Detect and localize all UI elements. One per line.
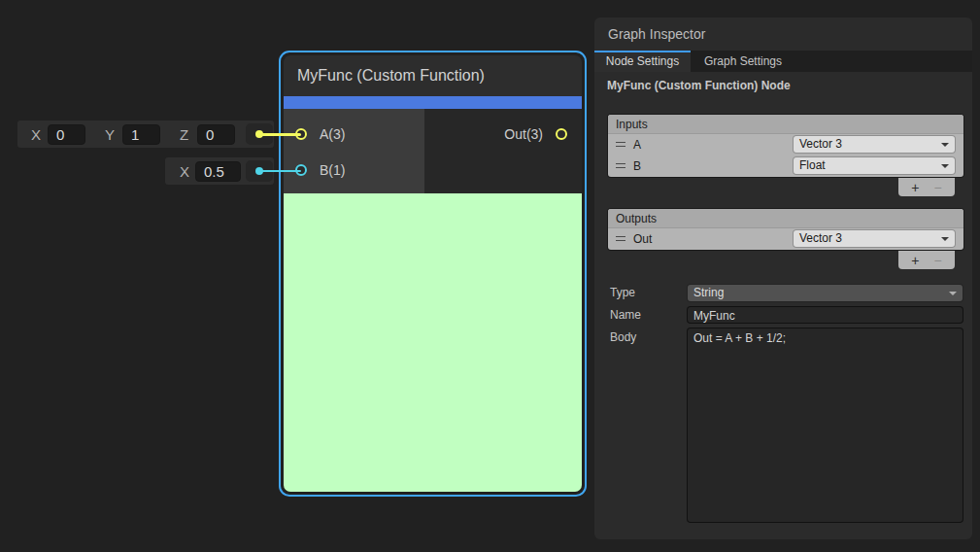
add-input-button[interactable]: + xyxy=(911,181,919,194)
node-title: MyFunc (Custom Function) xyxy=(284,55,582,96)
remove-output-button[interactable]: − xyxy=(934,254,942,267)
custom-function-node[interactable]: MyFunc (Custom Function) A(3) B(1) Out(3… xyxy=(284,55,582,492)
drag-handle-icon[interactable] xyxy=(616,142,625,147)
output-port-row-out: Out(3) xyxy=(504,121,567,147)
z-value-field[interactable]: 0 xyxy=(197,124,235,145)
input-b-name: B xyxy=(633,159,641,173)
input-a-type-value: Vector 3 xyxy=(799,137,842,151)
remove-input-button[interactable]: − xyxy=(934,181,942,194)
outputs-add-remove-strip: + − xyxy=(898,251,955,269)
x-value-field[interactable]: 0 xyxy=(48,124,85,145)
input-b-type-dropdown[interactable]: Float xyxy=(794,157,955,174)
input-row-a[interactable]: A Vector 3 xyxy=(608,134,963,155)
float-value-widget: X 0.5 xyxy=(165,157,274,185)
input-port-row-b: B(1) xyxy=(295,157,345,183)
tab-graph-settings[interactable]: Graph Settings xyxy=(692,51,794,72)
output-out-type-dropdown[interactable]: Vector 3 xyxy=(794,230,955,247)
shader-graph-canvas: X 0 Y 1 Z 0 X 0.5 MyFunc (Custom Functio… xyxy=(0,0,980,552)
tab-node-settings[interactable]: Node Settings xyxy=(594,51,691,72)
body-textarea[interactable]: Out = A + B + 1/2; xyxy=(688,328,963,522)
port-out-icon[interactable] xyxy=(556,128,567,140)
wire-float-to-b[interactable] xyxy=(260,170,301,173)
node-accent-bar xyxy=(284,96,582,109)
y-axis-label: Y xyxy=(105,126,115,143)
x-axis-label: X xyxy=(31,126,41,143)
input-b-type-value: Float xyxy=(799,158,826,172)
vector3-value-widget: X 0 Y 1 Z 0 xyxy=(17,121,274,148)
input-row-b[interactable]: B Float xyxy=(608,155,963,177)
output-out-name: Out xyxy=(633,232,652,246)
inspector-tab-bar: Node Settings Graph Settings xyxy=(594,51,972,72)
name-input[interactable]: MyFunc xyxy=(688,307,963,323)
drag-handle-icon[interactable] xyxy=(616,236,625,241)
z-axis-label: Z xyxy=(180,126,188,143)
chevron-down-icon xyxy=(941,164,949,168)
input-a-name: A xyxy=(633,138,641,152)
add-output-button[interactable]: + xyxy=(911,254,919,267)
input-port-row-a: A(3) xyxy=(295,121,345,147)
node-preview xyxy=(284,193,582,492)
chevron-down-icon xyxy=(941,143,949,147)
inputs-add-remove-strip: + − xyxy=(898,178,955,196)
port-a-label: A(3) xyxy=(320,126,345,142)
type-value: String xyxy=(693,286,724,299)
port-b-label: B(1) xyxy=(320,162,345,178)
inspector-title[interactable]: Graph Inspector xyxy=(594,17,972,51)
port-out-label: Out(3) xyxy=(504,126,543,142)
type-label: Type xyxy=(610,286,635,299)
output-row-out[interactable]: Out Vector 3 xyxy=(608,228,963,250)
wire-vector3-to-a[interactable] xyxy=(260,133,301,136)
inputs-section: Inputs A Vector 3 B Float xyxy=(608,115,963,177)
outputs-section: Outputs Out Vector 3 xyxy=(608,209,963,250)
node-port-area: A(3) B(1) Out(3) xyxy=(284,109,582,193)
outputs-section-title: Outputs xyxy=(608,209,963,228)
input-a-type-dropdown[interactable]: Vector 3 xyxy=(794,136,955,153)
type-dropdown[interactable]: String xyxy=(688,285,963,301)
drag-handle-icon[interactable] xyxy=(616,163,625,168)
output-out-type-value: Vector 3 xyxy=(799,231,842,245)
float-x-label: X xyxy=(180,163,189,180)
chevron-down-icon xyxy=(941,237,949,241)
y-value-field[interactable]: 1 xyxy=(122,124,160,145)
graph-inspector-panel: Graph Inspector Node Settings Graph Sett… xyxy=(594,17,972,539)
name-label: Name xyxy=(610,308,641,322)
inputs-section-title: Inputs xyxy=(608,115,963,134)
float-value-field[interactable]: 0.5 xyxy=(195,161,241,182)
node-settings-heading: MyFunc (Custom Function) Node xyxy=(607,79,791,92)
chevron-down-icon xyxy=(949,292,957,295)
body-label: Body xyxy=(610,330,636,344)
